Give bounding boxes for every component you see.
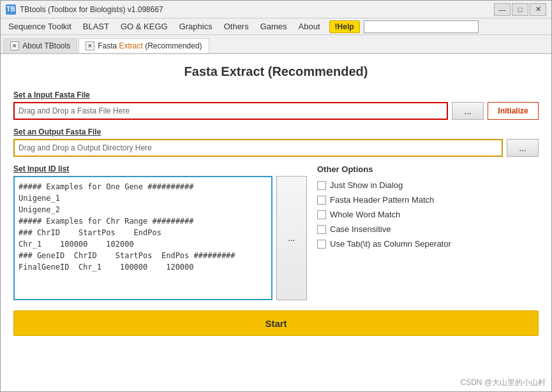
input-fasta-row: Drag and Drop a Fasta File Here ... Init… — [13, 102, 539, 120]
id-list-textarea[interactable]: ##### Examples for One Gene ########## U… — [13, 176, 272, 300]
output-fasta-dropzone[interactable]: Drag and Drop a Output Directory Here — [13, 139, 503, 157]
input-fasta-dropzone[interactable]: Drag and Drop a Fasta File Here — [13, 102, 448, 120]
tab-icon-extract: ✕ — [86, 41, 94, 50]
checkbox-just-show[interactable] — [317, 181, 326, 190]
initialize-button[interactable]: Initialize — [488, 102, 539, 120]
checkbox-use-tab[interactable] — [317, 240, 326, 249]
page-title: Fasta Extract (Recommended) — [13, 64, 539, 79]
option-row-0: Just Show in Dialog — [317, 180, 539, 190]
tab-label-fasta: Fasta Extract (Recommended) — [98, 41, 202, 50]
maximize-button[interactable]: □ — [512, 3, 528, 16]
input-browse-button[interactable]: ... — [452, 102, 484, 120]
close-button[interactable]: ✕ — [530, 3, 546, 16]
option-label-case-insensitive: Case Insensitive — [330, 224, 391, 234]
option-row-2: Whole Word Match — [317, 210, 539, 219]
output-section-label: Set an Output Fasta File — [13, 127, 539, 136]
tab-icon-about: ✕ — [10, 41, 19, 50]
option-row-4: Use Tab(\t) as Column Seperator — [317, 239, 539, 249]
titlebar-title: TBtools (Toolbox for Biologists) v1.0986… — [20, 5, 494, 14]
menu-item-graphics[interactable]: Graphics — [174, 20, 218, 33]
start-button[interactable]: Start — [13, 310, 539, 336]
menu-item-blast[interactable]: BLAST — [78, 20, 114, 33]
id-list-label: Set Input ID list — [13, 164, 307, 173]
input-fasta-placeholder: Drag and Drop a Fasta File Here — [19, 106, 130, 115]
option-label-just-show: Just Show in Dialog — [330, 180, 403, 190]
id-list-panel: Set Input ID list ##### Examples for One… — [13, 164, 307, 300]
option-label-fasta-header: Fasta Header Pattern Match — [330, 195, 434, 205]
option-row-3: Case Insensitive — [317, 224, 539, 234]
id-list-container: ##### Examples for One Gene ########## U… — [13, 176, 307, 300]
watermark: CSDN @大山里的小山村 — [460, 377, 546, 388]
tab-about-tbtools[interactable]: ✕ About TBtools — [3, 38, 77, 53]
checkbox-fasta-header[interactable] — [317, 196, 326, 205]
app-icon: TB — [6, 4, 16, 15]
menu-item-sequence-toolkit[interactable]: Sequence Toolkit — [3, 20, 77, 33]
menubar: Sequence Toolkit BLAST GO & KEGG Graphic… — [1, 18, 551, 35]
tab-label-extract-colored: Extract — [119, 41, 143, 50]
input-section-label: Set a Input Fasta File — [13, 91, 539, 99]
menu-item-about[interactable]: About — [294, 20, 325, 33]
titlebar: TB TBtools (Toolbox for Biologists) v1.0… — [1, 1, 551, 18]
options-panel: Other Options Just Show in Dialog Fasta … — [317, 164, 539, 300]
id-list-side-button[interactable]: ... — [276, 176, 307, 300]
tab-fasta-extract[interactable]: ✕ Fasta Extract (Recommended) — [78, 38, 209, 53]
help-button[interactable]: !Help — [329, 20, 360, 33]
start-label: Start — [265, 318, 287, 329]
minimize-button[interactable]: — — [494, 3, 511, 16]
search-input[interactable] — [364, 20, 479, 33]
titlebar-controls: — □ ✕ — [494, 3, 546, 16]
option-row-1: Fasta Header Pattern Match — [317, 195, 539, 205]
main-content: Fasta Extract (Recommended) Set a Input … — [1, 54, 551, 392]
option-label-whole-word: Whole Word Match — [330, 210, 400, 219]
tabbar: ✕ About TBtools ✕ Fasta Extract (Recomme… — [1, 35, 551, 54]
option-label-use-tab: Use Tab(\t) as Column Seperator — [330, 239, 451, 249]
output-browse-button[interactable]: ... — [507, 139, 539, 157]
output-fasta-row: Drag and Drop a Output Directory Here ..… — [13, 139, 539, 157]
options-title: Other Options — [317, 164, 539, 174]
two-col-layout: Set Input ID list ##### Examples for One… — [13, 164, 539, 300]
menu-item-go-kegg[interactable]: GO & KEGG — [116, 20, 173, 33]
menu-item-games[interactable]: Games — [255, 20, 292, 33]
checkbox-case-insensitive[interactable] — [317, 225, 326, 234]
tab-label-about: About TBtools — [22, 41, 70, 50]
output-fasta-placeholder: Drag and Drop a Output Directory Here — [19, 143, 152, 152]
menu-item-others[interactable]: Others — [219, 20, 254, 33]
checkbox-whole-word[interactable] — [317, 210, 326, 219]
